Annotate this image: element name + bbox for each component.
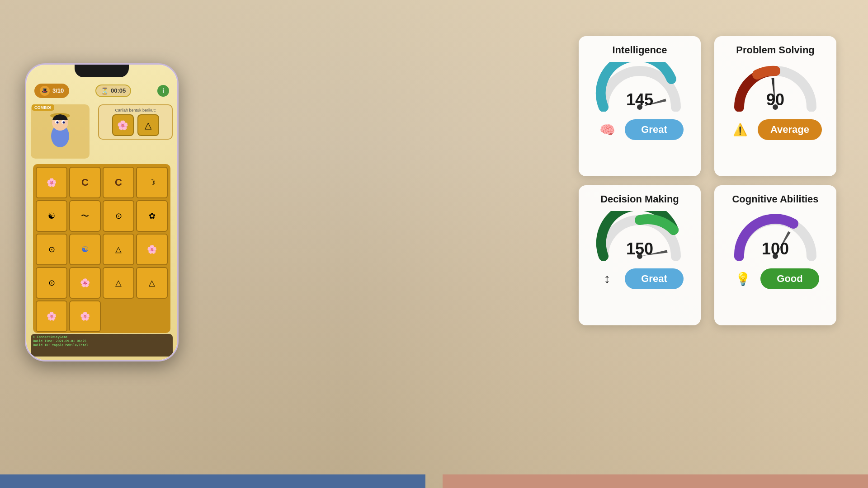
grid-cell[interactable]: 🌸 xyxy=(69,300,101,332)
cognitive-abilities-value: 100 xyxy=(762,239,789,258)
decision-making-gauge: 150 xyxy=(594,211,685,261)
problem-solving-title: Problem Solving xyxy=(736,44,815,56)
decision-making-card: Decision Making 150 ↕️ Great xyxy=(579,185,701,325)
shape-1: 🌸 xyxy=(112,114,134,136)
grid-cell[interactable]: 🌸 xyxy=(136,234,168,265)
score-icon: 🎩 xyxy=(40,86,50,96)
grid-cell[interactable]: ☯ xyxy=(69,234,101,265)
intelligence-title: Intelligence xyxy=(612,44,667,56)
info-button[interactable]: i xyxy=(157,85,169,97)
grid-cell[interactable]: ✿ xyxy=(136,200,168,232)
cognitive-abilities-card: Cognitive Abilities 100 💡 Good xyxy=(714,185,836,325)
problem-solving-badge: Average xyxy=(758,119,822,140)
combo-badge: COMBO! xyxy=(32,104,54,111)
grid-cell[interactable]: ⊙ xyxy=(103,200,134,232)
phone-mockup: 🎩 3/10 ⏳ 00:05 i COMBO! xyxy=(25,63,179,361)
grid-cell[interactable]: ⊙ xyxy=(36,234,67,265)
phone-terminal: > ConnectivityGame Build Time: 2021-09-0… xyxy=(31,334,173,357)
grid-cell[interactable]: C xyxy=(103,167,134,198)
cognitive-abilities-title: Cognitive Abilities xyxy=(732,193,818,205)
grid-cell[interactable]: △ xyxy=(103,234,134,265)
phone-notch xyxy=(75,65,129,77)
lightbulb-icon: 💡 xyxy=(731,267,754,290)
phone-screen: 🎩 3/10 ⏳ 00:05 i COMBO! xyxy=(26,65,177,360)
game-topbar: 🎩 3/10 ⏳ 00:05 i xyxy=(31,80,173,101)
bottom-bars xyxy=(0,474,868,488)
decision-making-bottom: ↕️ Great xyxy=(586,267,693,290)
terminal-text: > ConnectivityGame Build Time: 2021-09-0… xyxy=(31,334,173,349)
task-shapes: 🌸 △ xyxy=(102,114,169,136)
bottom-bar-left xyxy=(0,474,425,488)
bottom-bar-gap xyxy=(425,474,443,488)
task-panel: Carilah bentuk berikut: 🌸 △ xyxy=(98,104,173,140)
bottom-bar-right xyxy=(443,474,868,488)
grid-cell[interactable]: 🌸 xyxy=(69,267,101,299)
score-value: 3/10 xyxy=(52,87,64,94)
grid-cell[interactable]: △ xyxy=(136,267,168,299)
cognitive-abilities-gauge: 100 xyxy=(730,211,821,261)
metrics-container: Intelligence 145 🧠 Great Problem Solving xyxy=(579,36,841,325)
phone-frame: 🎩 3/10 ⏳ 00:05 i COMBO! xyxy=(25,63,179,361)
grid-cell[interactable]: ☯ xyxy=(36,200,67,232)
brain-icon: 🧠 xyxy=(596,118,618,141)
problem-solving-value: 90 xyxy=(766,90,784,109)
arrows-icon: ↕️ xyxy=(596,267,618,290)
character-area xyxy=(31,104,90,159)
grid-cell[interactable]: 〜 xyxy=(69,200,101,232)
timer-value: 00:05 xyxy=(111,87,126,94)
intelligence-card: Intelligence 145 🧠 Great xyxy=(579,36,701,176)
decision-making-badge: Great xyxy=(625,268,684,289)
svg-point-7 xyxy=(63,122,65,124)
timer-display: ⏳ 00:05 xyxy=(95,84,131,97)
intelligence-gauge: 145 xyxy=(594,62,685,112)
problem-solving-gauge: 90 xyxy=(730,62,821,112)
score-badge: 🎩 3/10 xyxy=(34,84,69,98)
grid-cell[interactable]: 🌸 xyxy=(36,167,67,198)
cognitive-abilities-badge: Good xyxy=(760,268,819,289)
grid-cell[interactable]: △ xyxy=(103,267,134,299)
problem-solving-card: Problem Solving 90 ⚠️ Average xyxy=(714,36,836,176)
game-grid: 🌸 C C ☽ ☯ 〜 ⊙ ✿ ⊙ ☯ △ 🌸 ⊙ 🌸 △ △ 🌸 🌸 xyxy=(33,164,170,333)
shape-2: △ xyxy=(137,114,159,136)
intelligence-badge: Great xyxy=(625,119,684,140)
grid-cell[interactable]: ⊙ xyxy=(36,267,67,299)
warning-icon: ⚠️ xyxy=(729,118,751,141)
grid-cell[interactable]: ☽ xyxy=(136,167,168,198)
decision-making-value: 150 xyxy=(626,239,653,258)
decision-making-title: Decision Making xyxy=(600,193,679,205)
grid-cell[interactable]: C xyxy=(69,167,101,198)
svg-point-6 xyxy=(57,122,59,124)
task-title: Carilah bentuk berikut: xyxy=(102,108,169,113)
character-svg xyxy=(44,111,76,152)
problem-solving-bottom: ⚠️ Average xyxy=(722,118,829,141)
grid-cell[interactable]: 🌸 xyxy=(36,300,67,332)
cognitive-abilities-bottom: 💡 Good xyxy=(722,267,829,290)
intelligence-bottom: 🧠 Great xyxy=(586,118,693,141)
intelligence-value: 145 xyxy=(626,90,653,109)
